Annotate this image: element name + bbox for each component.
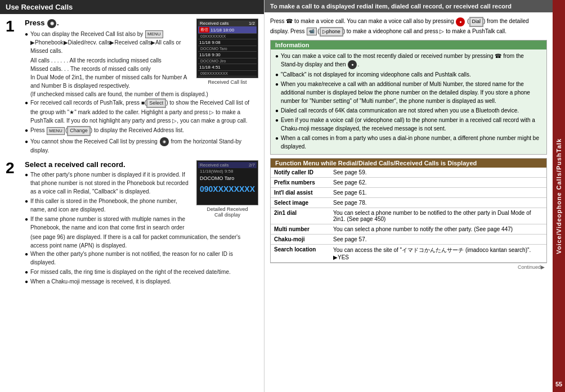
screen-item-4b: 090XXXXXXXX [198,71,257,76]
info-bullet-text-3: When you make/receive a call with an add… [281,80,542,105]
s2-bullet-mark-6: ● [25,277,30,286]
s2-sub-1: (see page 96) are displayed. If there is… [30,233,258,250]
menu-icon: MENU [145,30,163,38]
info-bullet-mark-1: ● [275,52,281,69]
continued-text: Continued▶ [270,263,547,271]
phone-screen-header: Received calls 2/7 [198,162,257,168]
function-menu-table: Notify caller ID See page 59. Prefix num… [271,168,546,263]
right-panel: To make a call to a displayed redial ite… [264,0,553,392]
table-row: Multi number You can select a phone numb… [271,224,546,235]
bullet-1: ● You can display the Received Call list… [25,30,192,55]
screen-item-3: 11/18 9:30 [198,52,257,58]
dial-highlight: Dial [469,17,484,27]
bullet-text-4: You cannot show the Received Call list b… [30,137,258,155]
bullet-mark-1: ● [25,30,30,55]
info-bullet-text-2: "Callback" is not displayed for incoming… [281,70,471,79]
left-content: 1 Received calls 1/2 着信 11/18 18:00 03XX… [0,14,264,392]
left-panel: Use Received Calls 1 Received calls 1/2 … [0,0,264,392]
step-2-content: Received calls 2/7 11/18(Wed) 9:58 DOCOM… [25,160,258,287]
info-bullet-6: ● When a call comes in from a party who … [275,134,542,151]
screen-item-1b: 03XXXXXXXX [198,34,257,39]
table-row: Chaku-moji See page 57. [271,235,546,245]
step-2-row: 2 Received calls 2/7 11/18(Wed) 9:58 DOC… [6,160,258,287]
screen2-title: Received calls [200,163,229,168]
screen-item-1: 着信 11/18 18:00 [198,26,257,34]
s2-bullet-text-6: When a Chaku-moji message is received, i… [30,277,171,286]
press-dot: . [57,19,59,27]
s2-bullet-text-5: For missed calls, the ring time is displ… [30,268,231,276]
screen-title: Received calls [200,21,229,26]
sidebar-label: Voice/Videophone Calls/PushTalk [555,138,562,254]
unchecked-note: (If unchecked missed calls are found, th… [30,90,258,98]
right-panel-title: To make a call to a displayed redial ite… [264,0,553,12]
screen-caption-2: Detailed ReceivedCall display [196,206,258,218]
s2-bullet-mark-3: ● [25,215,30,232]
bullet-3: ● Press MENU(Change) to display the Rece… [25,126,258,136]
bullet-mark-3: ● [25,126,30,136]
info-bullet-3: ● When you make/receive a call with an a… [275,80,542,105]
info-bullet-mark-2: ● [275,70,281,79]
info-bullet-mark-6: ● [275,134,281,151]
row-value: See page 78. [330,198,546,208]
table-row: Prefix numbers See page 62. [271,178,546,188]
table-row: 2in1 dial You can select a phone number … [271,208,546,224]
sidebar: Voice/Videophone Calls/PushTalk 55 [553,0,565,392]
press-icon: ◉ [47,19,56,28]
row-label: Int'l dial assist [271,188,330,198]
screen-item-1-text: 11/18 18:00 [210,28,234,33]
table-row: Search location You can access the site … [271,245,546,263]
screen2-number: 090XXXXXXXX [198,182,257,196]
row-label: Multi number [271,224,330,235]
row-label: Chaku-moji [271,235,330,245]
screen2-page: 2/7 [249,163,255,168]
s2-bullet-mark-5: ● [25,268,30,276]
row-value: You can select a phone number to notify … [330,224,546,235]
screen-header: Received calls 1/2 [198,20,257,26]
row-value: You can select a phone number to be noti… [330,208,546,224]
bullet-text-2: For received call records of PushTalk, p… [30,98,258,125]
s2-bullet-3: ● If the same phone number is stored wit… [25,215,192,232]
step-2-number: 2 [6,160,21,287]
table-row: Int'l dial assist See page 61. [271,188,546,198]
received-calls-screen: Received calls 1/2 着信 11/18 18:00 03XXXX… [196,19,258,85]
info-box: Information ● You can make a voice call … [270,40,547,155]
s2-bullet-mark-2: ● [25,197,30,214]
s2-bullet-text-3: If the same phone number is stored with … [30,215,192,232]
function-menu-header: Function Menu while Redial/Dialed Calls/… [271,159,546,168]
page-number: 55 [553,381,565,388]
info-bullet-4: ● Dialed call records of 64K data commun… [275,106,542,115]
screen-inner: Received calls 1/2 着信 11/18 18:00 03XXXX… [196,19,258,78]
bullet-mark-2: ● [25,98,30,125]
info-bullet-text-1: You can make a voice call to the most re… [281,52,542,69]
step-1-row: 1 Received calls 1/2 着信 11/18 18:00 03XX… [6,19,258,156]
step-1-content: Received calls 1/2 着信 11/18 18:00 03XXXX… [25,19,258,156]
right-intro: Press ☎ to make a voice call. You can ma… [270,17,547,37]
step-1-number: 1 [6,19,21,156]
table-row: Select image See page 78. [271,198,546,208]
right-content: Press ☎ to make a voice call. You can ma… [264,12,553,392]
row-label: Select image [271,198,330,208]
select-highlight: Select [146,98,166,109]
screen-item-3b: DOCOMO Jiro [198,58,257,64]
circle-icon: ◉ [160,137,169,146]
s2-bullet-text-2: If this caller is stored in the Phoneboo… [30,197,192,214]
s2-bullet-text-4: When the other party's phone number is n… [30,250,258,267]
phone-highlight: ▷phone [320,27,343,37]
s2-bullet-6: ● When a Chaku-moji message is received,… [25,277,258,286]
s2-bullet-1: ● The other party's phone number is disp… [25,170,192,196]
bullet-4: ● You cannot show the Received Call list… [25,137,258,155]
info-bullet-2: ● "Callback" is not displayed for incomi… [275,70,542,79]
function-menu-box: Function Menu while Redial/Dialed Calls/… [270,158,547,263]
table-row: Notify caller ID See page 59. [271,168,546,178]
screen2-date: 11/18(Wed) 9:58 [198,168,257,174]
screen-item-2b: DOCOMO Taro [198,46,257,52]
info-bullet-mark-3: ● [275,80,281,105]
row-value: You can access the site of "イマドコかんたんサーチ … [330,245,546,263]
screen-item-1-badge: 着信 [199,27,209,33]
screen-page: 1/2 [249,21,255,26]
info-bullet-mark-4: ● [275,106,281,115]
row-label: Search location [271,245,330,263]
screen2-name: DOCOMO Taro [198,174,257,182]
phone-screen: Received calls 2/7 11/18(Wed) 9:58 DOCOM… [196,160,258,205]
s2-bullet-2: ● If this caller is stored in the Phoneb… [25,197,192,214]
